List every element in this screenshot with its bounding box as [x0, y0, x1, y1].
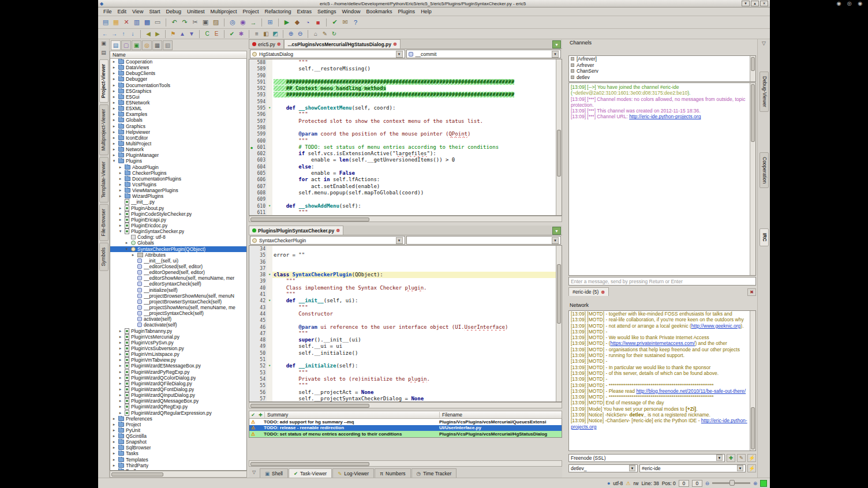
chevron-down-icon[interactable]: ▼	[737, 465, 743, 471]
editor-tab[interactable]: Plugins/PluginSyntaxChecker.py⊗	[249, 226, 343, 235]
mail-icon[interactable]: ✉	[340, 17, 350, 27]
tree-item[interactable]: ▸DocumentationTools	[110, 82, 246, 88]
tree-expander-icon[interactable]: ▸	[111, 153, 117, 157]
code-line[interactable]: 51	[249, 356, 562, 363]
copy-icon[interactable]: ▣	[200, 17, 211, 27]
code-line[interactable]: 596 """	[249, 111, 562, 118]
tree-item[interactable]: __editorOpened(self, editor)	[110, 269, 246, 275]
chat-link[interactable]: https://www.privateinternetaccess.com/	[611, 340, 695, 346]
tree-expander-icon[interactable]: ▸	[111, 112, 117, 117]
menu-edit[interactable]: Edit	[115, 8, 130, 15]
tree-expander-icon[interactable]: ▸	[111, 416, 117, 421]
code-line[interactable]: 56 self.__projectAct = None	[249, 389, 562, 396]
join-channel-select[interactable]: #eric-ide ▼	[639, 464, 746, 472]
menu-unittest[interactable]: Unittest	[184, 8, 208, 15]
tree-expander-icon[interactable]: ▾	[118, 229, 123, 234]
dock-tab-multiproject-viewer[interactable]: Multiproject-Viewer	[99, 104, 108, 155]
tree-item[interactable]: ▸DebugClients	[110, 70, 246, 76]
tree-item[interactable]: ▸Cooperation	[110, 59, 246, 65]
tree-item[interactable]: ▸Snapshot	[110, 439, 246, 445]
dock-tab-project-viewer[interactable]: Project-Viewer	[99, 59, 108, 103]
code-line[interactable]: 603 enable = len(self.__getUnversionedIt…	[249, 157, 562, 163]
tree-item[interactable]: ▸MultiProject	[110, 141, 246, 147]
tab-list-button[interactable]: ▼	[552, 227, 561, 235]
zoom-in-icon[interactable]: ⊕	[286, 29, 295, 38]
hscroll-slider[interactable]	[250, 404, 369, 408]
tree-expander-icon[interactable]: ▸	[111, 124, 117, 129]
code-line[interactable]: 46 @param ui reference to the user inter…	[249, 324, 562, 331]
code-line[interactable]: 55 """	[249, 382, 562, 389]
tree-item[interactable]: ▸PluginVmTabview.py	[110, 357, 246, 363]
preferences-icon[interactable]: ≡	[252, 29, 261, 38]
tool-tab-log-viewer[interactable]: ✎Log-Viewer	[332, 468, 374, 478]
tree-expander-icon[interactable]: ▸	[118, 165, 123, 170]
refresh-icon[interactable]: ↻	[330, 29, 339, 38]
tree-item[interactable]: ▸Tasks	[110, 451, 246, 456]
tree-item[interactable]: ▸QScintilla	[110, 433, 246, 439]
code-line[interactable]: 35 error = ""	[249, 252, 562, 258]
tree-item[interactable]: ▸PyUnit	[110, 427, 246, 433]
code-line[interactable]: 53 """	[249, 370, 562, 376]
desktop-corner-icons[interactable]: ◉ ◎ ◉	[836, 1, 865, 6]
tree-expander-icon[interactable]: ▾	[124, 247, 129, 251]
window-layout-icon[interactable]: ▣	[99, 40, 108, 48]
plugins-icon[interactable]: ◩	[271, 29, 280, 38]
chevron-down-icon[interactable]: ▼	[396, 51, 403, 58]
new-icon[interactable]: ▤	[100, 17, 111, 27]
tree-expander-icon[interactable]: ▸	[118, 381, 123, 386]
tree-item[interactable]: ▸PluginWizardPyRegExp.py	[110, 369, 246, 374]
tree-expander-icon[interactable]: ▸	[118, 223, 123, 228]
code-line[interactable]: 39 """	[249, 278, 562, 284]
tree-item[interactable]: ▸Examples	[110, 111, 246, 117]
bottom-editor-vscrollbar[interactable]	[556, 246, 562, 401]
code-line[interactable]: 611 """	[249, 209, 562, 216]
code-line[interactable]: 36	[249, 259, 562, 265]
bottom-editor-hscrollbar[interactable]	[249, 402, 562, 408]
tree-item[interactable]: ▸SqlBrowser	[110, 445, 246, 451]
open-icon[interactable]: ▦	[111, 17, 121, 27]
home-icon[interactable]: ⌂	[311, 29, 320, 38]
code-line[interactable]: 607 act.setEnabled(enable)	[249, 183, 562, 190]
down-icon[interactable]: ↓	[128, 29, 137, 38]
tree-item[interactable]: activate(self)	[110, 316, 246, 322]
vscroll-slider[interactable]	[751, 84, 755, 142]
edit-icon[interactable]: ✎	[320, 29, 330, 38]
bookmark-next-icon[interactable]: ▲	[178, 29, 187, 38]
print-icon[interactable]: ▭	[152, 17, 163, 27]
code-line[interactable]: 591 ####################################…	[249, 79, 562, 85]
tool-tab-numbers[interactable]: πNumbers	[375, 468, 410, 478]
dock-tab-symbols[interactable]: Symbols	[99, 243, 108, 271]
tree-expander-icon[interactable]: ▸	[111, 147, 117, 152]
tree-expander-icon[interactable]: ▸	[111, 445, 117, 450]
tree-item[interactable]: ▸E5Network	[110, 100, 246, 106]
tree-item[interactable]: ▸Graphics	[110, 123, 246, 129]
fold-margin[interactable]: ▾	[267, 272, 272, 278]
tree-item[interactable]: ▸DocumentationPlugins	[110, 176, 246, 182]
tree-expander-icon[interactable]: ▸	[111, 141, 117, 146]
tree-expander-icon[interactable]: ▸	[111, 451, 117, 456]
tree-item[interactable]: __projectBrowserSyntaxCheck(self)	[110, 299, 246, 305]
check-style-icon[interactable]: ✱	[237, 29, 246, 38]
menu-extras[interactable]: Extras	[294, 8, 315, 15]
tree-item[interactable]: ▸PluginManager	[110, 152, 246, 158]
tree-item[interactable]: ▸Globals	[110, 240, 246, 246]
tree-item[interactable]: ▸PluginVmListspace.py	[110, 351, 246, 357]
code-line[interactable]: 608 self.menu.popup(self.mapToGlobal(coo…	[249, 190, 562, 196]
code-line[interactable]: 605 enable = False	[249, 170, 562, 177]
tree-expander-icon[interactable]: ▸	[118, 340, 123, 345]
unittest-icon[interactable]: ✔	[330, 17, 340, 27]
code-line[interactable]: 598	[249, 125, 562, 131]
task-row[interactable]: ⚠TODO: add support for hg summary --mqPl…	[249, 419, 562, 425]
tree-expander-icon[interactable]: ▸	[111, 118, 117, 122]
tree-expander-icon[interactable]: ▸	[118, 335, 123, 339]
tree-expander-icon[interactable]: ▸	[124, 241, 129, 245]
sources-tab-icon[interactable]: ▤	[111, 40, 121, 50]
tree-expander-icon[interactable]: ▸	[111, 130, 117, 134]
zoom-slider[interactable]	[712, 482, 750, 484]
tree-expander-icon[interactable]: ▸	[118, 370, 123, 374]
tree-item[interactable]: ▸PluginWizardQFileDialog.py	[110, 381, 246, 386]
tree-item[interactable]: ▾SyntaxCheckerPlugin(QObject)	[110, 246, 246, 252]
tree-item[interactable]: ▸AboutPlugin	[110, 164, 246, 170]
code-line[interactable]: 604 else:	[249, 164, 562, 170]
tree-expander-icon[interactable]: ▸	[118, 387, 123, 392]
